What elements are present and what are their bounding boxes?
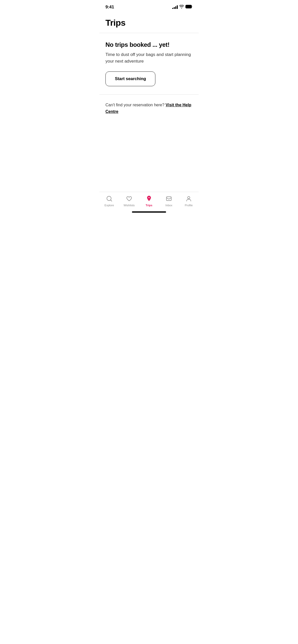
tab-inbox[interactable]: Inbox: [159, 195, 179, 207]
status-time: 9:41: [105, 5, 114, 10]
svg-point-4: [188, 197, 190, 199]
battery-icon: [185, 5, 193, 9]
empty-state-description: Time to dust off your bags and start pla…: [105, 51, 193, 64]
trips-icon: [145, 195, 153, 202]
wifi-icon: [179, 5, 184, 9]
tab-inbox-label: Inbox: [166, 204, 172, 207]
empty-state: No trips booked ... yet! Time to dust of…: [105, 33, 193, 86]
explore-icon: [106, 195, 113, 202]
tab-explore-label: Explore: [104, 204, 114, 207]
tab-explore[interactable]: Explore: [99, 195, 119, 207]
help-text-prefix: Can't find your reservation here?: [105, 103, 165, 107]
start-searching-button[interactable]: Start searching: [105, 71, 155, 86]
profile-icon: [185, 195, 192, 202]
tab-profile[interactable]: Profile: [179, 195, 199, 207]
tab-wishlists[interactable]: Wishlists: [119, 195, 139, 207]
signal-icon: [172, 5, 178, 9]
svg-rect-1: [186, 5, 191, 8]
svg-rect-3: [167, 197, 171, 201]
tab-trips-label: Trips: [146, 204, 152, 207]
page-title: Trips: [105, 18, 193, 28]
empty-state-heading: No trips booked ... yet!: [105, 41, 193, 48]
tab-trips[interactable]: Trips: [139, 195, 159, 207]
home-indicator: [132, 211, 166, 213]
tab-profile-label: Profile: [185, 204, 193, 207]
tab-wishlists-label: Wishlists: [124, 204, 134, 207]
status-bar: 9:41: [99, 0, 199, 13]
mid-divider: [99, 94, 199, 95]
help-text: Can't find your reservation here? Visit …: [105, 102, 193, 115]
wishlists-icon: [126, 195, 133, 202]
inbox-icon: [165, 195, 172, 202]
status-icons: [172, 5, 193, 9]
page-content: Trips No trips booked ... yet! Time to d…: [99, 13, 199, 115]
